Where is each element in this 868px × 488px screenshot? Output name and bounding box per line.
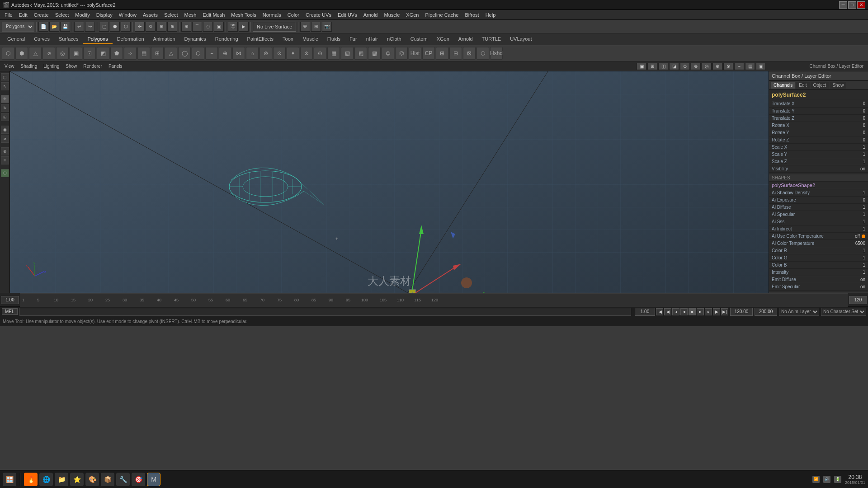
live-surface-btn[interactable]: No Live Surface — [253, 22, 296, 32]
show-hide-btn[interactable]: 👁 — [300, 22, 310, 32]
quick-layout[interactable]: ⬡ — [1, 169, 9, 177]
taskbar-icon-2[interactable]: 🌐 — [39, 473, 53, 486]
lighting-btn[interactable]: Lighting — [41, 63, 62, 70]
taskbar-icon-5[interactable]: 🎨 — [85, 473, 99, 486]
shelf-icon-27[interactable]: ▨ — [354, 47, 367, 60]
no-character-set-select[interactable]: No Character Set — [821, 308, 866, 316]
shelf-icon-29[interactable]: ⏣ — [382, 47, 394, 60]
shelf-icon-6[interactable]: ▣ — [70, 47, 82, 60]
stop-btn[interactable]: ■ — [689, 308, 696, 315]
view-icon4[interactable]: ◪ — [669, 63, 679, 70]
playback-range-end[interactable] — [755, 308, 777, 316]
shelf-icon-30[interactable]: ⌬ — [395, 47, 408, 60]
menu-edit-uvs[interactable]: Edit UVs — [335, 11, 360, 19]
camera-btn[interactable]: 📷 — [322, 22, 332, 32]
renderer-btn[interactable]: Renderer — [80, 63, 105, 70]
shelf-general[interactable]: General — [3, 34, 29, 44]
view-icon10[interactable]: ⌁ — [734, 63, 744, 70]
shelf-icon-7[interactable]: ⊡ — [83, 47, 96, 60]
shelf-icon-5[interactable]: ◎ — [56, 47, 69, 60]
select-tool[interactable]: ▢ — [1, 73, 9, 81]
shelf-icon-20[interactable]: ⊗ — [259, 47, 272, 60]
maximize-btn[interactable]: □ — [848, 1, 856, 9]
shelf-toon[interactable]: Toon — [278, 34, 298, 44]
scale-btn[interactable]: ⊞ — [156, 22, 166, 32]
shelf-icon-12[interactable]: ⊞ — [151, 47, 164, 60]
shelf-icon-17[interactable]: ⊕ — [219, 47, 231, 60]
select-tool-btn[interactable]: ▢ — [99, 22, 109, 32]
shelf-fur[interactable]: Fur — [345, 34, 362, 44]
view-icon11[interactable]: ▤ — [745, 63, 755, 70]
shelf-custom[interactable]: Custom — [406, 34, 432, 44]
shelf-icon-23[interactable]: ⊛ — [300, 47, 313, 60]
rotate-tool[interactable]: ↻ — [1, 104, 9, 112]
ipr-btn[interactable]: ▶ — [239, 22, 249, 32]
play-fwd-btn[interactable]: ► — [697, 308, 704, 315]
shelf-icon-10[interactable]: ⟡ — [124, 47, 137, 60]
shelf-muscle[interactable]: Muscle — [298, 34, 323, 44]
shelf-icon-32[interactable]: CP — [422, 47, 435, 60]
view-icon1[interactable]: ▣ — [637, 63, 646, 70]
prev-frame-btn[interactable]: ◀ — [664, 308, 671, 315]
command-input[interactable] — [19, 308, 631, 316]
shelf-animation[interactable]: Animation — [149, 34, 180, 44]
shelf-icon-26[interactable]: ▧ — [341, 47, 354, 60]
shelf-icon-31[interactable]: Hist — [409, 47, 421, 60]
menu-modify[interactable]: Modify — [72, 11, 92, 19]
open-btn[interactable]: 📂 — [49, 22, 59, 32]
mel-toggle[interactable]: MEL — [2, 308, 18, 315]
taskbar-icon-7[interactable]: 🔧 — [116, 473, 130, 486]
view-btn[interactable]: View — [2, 63, 17, 70]
menu-xgen[interactable]: XGen — [403, 11, 421, 19]
shelf-polygons[interactable]: Polygons — [83, 34, 112, 44]
playback-start[interactable] — [635, 308, 655, 316]
prev-key-btn[interactable]: ◂ — [672, 308, 679, 315]
menu-select[interactable]: Select — [52, 11, 72, 19]
shelf-icon-18[interactable]: ⋈ — [232, 47, 245, 60]
view-icon2[interactable]: ⊞ — [647, 63, 657, 70]
lasso-tool[interactable]: ↖ — [1, 82, 9, 90]
shelf-icon-34[interactable]: ⊟ — [449, 47, 462, 60]
taskbar-icon-3[interactable]: 📁 — [55, 473, 68, 486]
shelf-icon-16[interactable]: ⌁ — [205, 47, 218, 60]
minimize-btn[interactable]: ─ — [839, 1, 847, 9]
shelf-painteffects[interactable]: PaintEffects — [243, 34, 278, 44]
taskbar-icon-8[interactable]: 🎯 — [132, 473, 145, 486]
menu-select2[interactable]: Select — [161, 11, 181, 19]
view-icon9[interactable]: ⊗ — [723, 63, 733, 70]
menu-mesh-tools[interactable]: Mesh Tools — [228, 11, 259, 19]
cb-tab-edit[interactable]: Edit — [796, 82, 809, 89]
next-key-btn[interactable]: ▸ — [705, 308, 712, 315]
shelf-icon-37[interactable]: Hshd — [490, 47, 503, 60]
menu-normals[interactable]: Normals — [260, 11, 284, 19]
timeline[interactable]: 1 5 10 15 20 25 30 35 40 45 50 55 60 65 … — [20, 293, 848, 307]
playback-end[interactable] — [730, 308, 753, 316]
snap-point-btn[interactable]: ◌ — [203, 22, 213, 32]
shelf-icon-36[interactable]: ⬡ — [476, 47, 489, 60]
shelf-deformation[interactable]: Deformation — [113, 34, 149, 44]
shelf-icon-19[interactable]: ⌂ — [246, 47, 259, 60]
menu-pipeline-cache[interactable]: Pipeline Cache — [422, 11, 461, 19]
menu-help[interactable]: Help — [483, 11, 499, 19]
view-icon8[interactable]: ⊕ — [712, 63, 722, 70]
shelf-curves[interactable]: Curves — [29, 34, 54, 44]
shelf-icon-35[interactable]: ⊠ — [463, 47, 476, 60]
shelf-icon-3[interactable]: △ — [29, 47, 42, 60]
paint-btn[interactable]: ⬡ — [121, 22, 131, 32]
menu-bifrost[interactable]: Bifrost — [462, 11, 481, 19]
shelf-uvlayout[interactable]: UVLayout — [505, 34, 536, 44]
menu-mesh[interactable]: Mesh — [182, 11, 199, 19]
play-back-btn[interactable]: ◄ — [680, 308, 688, 315]
shelf-icon-11[interactable]: ▤ — [137, 47, 150, 60]
current-frame-input[interactable] — [849, 296, 867, 304]
taskbar-icon-4[interactable]: ⭐ — [70, 473, 84, 486]
soft-select[interactable]: ◉ — [1, 126, 9, 134]
shelf-icon-13[interactable]: △ — [165, 47, 177, 60]
shelf-icon-8[interactable]: ◩ — [97, 47, 109, 60]
taskbar-icon-6[interactable]: 📦 — [101, 473, 114, 486]
rotate-btn[interactable]: ↻ — [146, 22, 156, 32]
universal-manip-btn[interactable]: ⊕ — [167, 22, 177, 32]
cb-tab-object[interactable]: Object — [811, 82, 829, 89]
menu-create-uvs[interactable]: Create UVs — [303, 11, 334, 19]
snap-view-btn[interactable]: ▣ — [214, 22, 224, 32]
